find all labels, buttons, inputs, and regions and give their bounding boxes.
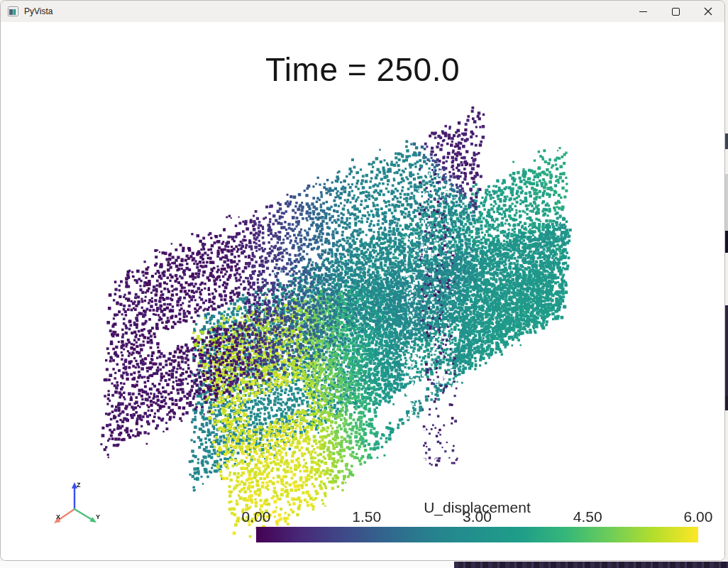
colorbar-tick-label: 1.50 [352,508,381,525]
colorbar-tick-label: 4.50 [573,508,602,525]
background-sliver-segment [725,396,728,410]
z-axis-arrow: Z [72,481,81,509]
maximize-icon [672,8,680,16]
y-axis-arrow: Y [75,509,100,523]
maximize-button[interactable] [659,1,692,22]
pyvista-app-icon [8,6,18,16]
background-app-dark-texture [454,562,728,568]
close-icon [704,7,712,16]
close-button[interactable] [692,1,724,22]
window-title: PyVista [24,6,53,16]
x-axis-label: X [56,513,60,520]
time-title: Time = 250.0 [1,50,724,89]
background-sliver-segment [725,231,728,253]
background-app-right-sliver [725,0,728,561]
colorbar [256,527,698,542]
background-app-bottom-strip [0,561,728,568]
x-axis-arrow: X [54,509,75,523]
background-sliver-segment [725,133,728,149]
background-sliver-segment [725,174,728,231]
minimize-icon [639,11,647,12]
y-axis-label: Y [96,513,100,520]
window-controls [627,1,724,22]
orientation-axes-widget[interactable]: Z X Y [42,479,107,535]
titlebar[interactable]: PyVista [1,1,724,23]
minimize-button[interactable] [627,1,659,22]
background-sliver-segment [725,305,728,396]
pyvista-window: PyVista Time = 250.0 U_displacement 0.00… [0,0,725,561]
render-viewport: Time = 250.0 U_displacement 0.00 1.50 3.… [1,22,724,560]
colorbar-tick-label: 6.00 [684,508,713,525]
colorbar-tick-label: 0.00 [242,508,271,525]
colorbar-tick-label: 3.00 [463,508,492,525]
z-axis-label: Z [77,481,81,488]
scene-canvas[interactable] [1,22,725,561]
